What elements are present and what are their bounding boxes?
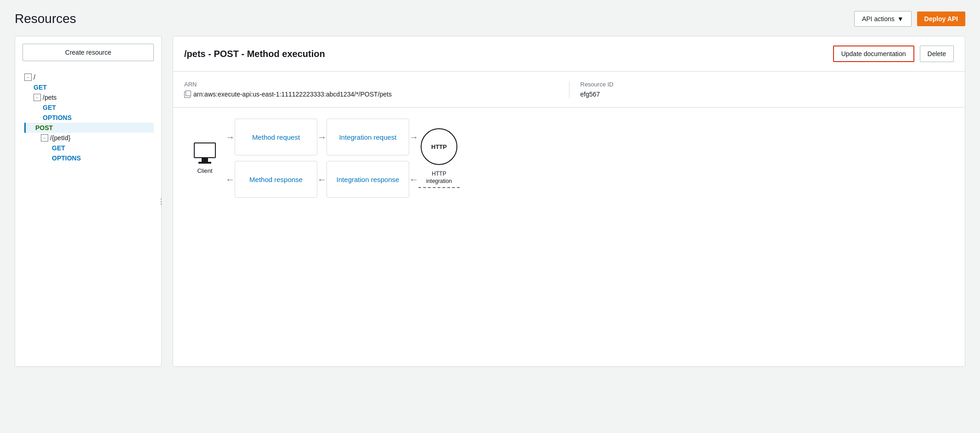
update-documentation-button[interactable]: Update documentation: [833, 46, 914, 62]
petid-resource-label: /{petId}: [50, 134, 70, 142]
tree-method-root-get[interactable]: GET: [24, 82, 154, 92]
collapse-icon-pets[interactable]: −: [34, 94, 41, 101]
resource-id-block: Resource ID efg567: [569, 81, 954, 98]
monitor-stand: [202, 158, 208, 162]
tree-method-pets-get[interactable]: GET: [24, 103, 154, 113]
arrow-left-2: ←: [317, 161, 327, 198]
client-label: Client: [197, 167, 212, 174]
delete-button[interactable]: Delete: [920, 46, 954, 62]
deploy-api-button[interactable]: Deploy API: [917, 11, 965, 26]
arn-value: arn:aws:execute-api:us-east-1:1111222233…: [184, 91, 558, 98]
arrow-left-1: ←: [225, 161, 235, 198]
tree-method-petid-get[interactable]: GET: [24, 143, 154, 153]
copy-icon[interactable]: [184, 91, 191, 98]
integration-request-box[interactable]: Integration request: [327, 119, 409, 155]
arn-text: arn:aws:execute-api:us-east-1:1111222233…: [193, 91, 392, 98]
arrows-col-2: → ←: [317, 119, 327, 198]
create-resource-button[interactable]: Create resource: [23, 44, 154, 61]
tree-item-pets: − /pets: [24, 92, 154, 103]
header-actions: API actions ▼ Deploy API: [854, 11, 965, 27]
method-boxes-column: Method request Method response: [235, 119, 317, 198]
collapse-icon-root[interactable]: −: [24, 74, 32, 81]
tree-method-pets-options[interactable]: OPTIONS: [24, 113, 154, 123]
flow-section: Client → ← Method request Method respons…: [173, 108, 965, 209]
root-resource-label: /: [34, 74, 35, 81]
arrow-right-2: →: [317, 119, 327, 155]
method-request-link[interactable]: Method request: [252, 133, 300, 141]
chevron-down-icon: ▼: [897, 15, 904, 23]
pets-resource-label: /pets: [43, 94, 56, 101]
resource-id-value: efg567: [580, 91, 954, 98]
method-response-link[interactable]: Method response: [249, 176, 303, 183]
method-response-box[interactable]: Method response: [235, 161, 317, 198]
arn-block: ARN arn:aws:execute-api:us-east-1:111122…: [184, 81, 569, 98]
tree-item-petid: − /{petId}: [24, 133, 154, 143]
arn-label: ARN: [184, 81, 558, 88]
arrows-col-1: → ←: [225, 119, 235, 198]
arrow-right-3: →: [409, 119, 418, 155]
left-panel: Create resource − / GET − /pets GET OPTI…: [15, 36, 162, 367]
tree-method-petid-options[interactable]: OPTIONS: [24, 153, 154, 163]
collapse-icon-petid[interactable]: −: [41, 134, 48, 142]
client-box: Client: [184, 135, 225, 182]
arrow-left-3: ←: [409, 161, 418, 198]
method-execution-title: /pets - POST - Method execution: [184, 49, 325, 59]
tree-method-pets-post[interactable]: POST: [24, 123, 154, 133]
method-header-actions: Update documentation Delete: [833, 46, 954, 62]
tree-item-root: − /: [24, 72, 154, 82]
page-header: Resources API actions ▼ Deploy API: [15, 11, 965, 27]
main-layout: Create resource − / GET − /pets GET OPTI…: [15, 36, 965, 367]
monitor-icon: [194, 142, 216, 164]
arrow-right-1: →: [225, 119, 235, 155]
api-actions-button[interactable]: API actions ▼: [854, 11, 912, 27]
arrows-col-3: → ←: [409, 119, 418, 198]
http-circle: HTTP: [421, 128, 457, 165]
resource-id-label: Resource ID: [580, 81, 954, 88]
http-integration-label: HTTP integration: [418, 171, 460, 188]
arn-section: ARN arn:aws:execute-api:us-east-1:111122…: [173, 72, 965, 108]
resize-handle[interactable]: ⋮: [158, 192, 164, 211]
method-request-box[interactable]: Method request: [235, 119, 317, 155]
integration-request-link[interactable]: Integration request: [339, 133, 396, 141]
method-header: /pets - POST - Method execution Update d…: [173, 36, 965, 72]
http-integration-box[interactable]: HTTP HTTP integration: [418, 128, 460, 188]
integration-response-link[interactable]: Integration response: [337, 176, 400, 183]
monitor-screen: [194, 142, 216, 158]
flow-diagram: Client → ← Method request Method respons…: [184, 119, 954, 198]
right-panel: /pets - POST - Method execution Update d…: [173, 36, 965, 367]
monitor-base: [198, 162, 211, 164]
integration-response-box[interactable]: Integration response: [327, 161, 409, 198]
page-title: Resources: [15, 11, 76, 26]
http-label: HTTP: [431, 143, 447, 150]
resource-tree: − / GET − /pets GET OPTIONS POST −: [23, 72, 154, 163]
integration-boxes-column: Integration request Integration response: [327, 119, 409, 198]
